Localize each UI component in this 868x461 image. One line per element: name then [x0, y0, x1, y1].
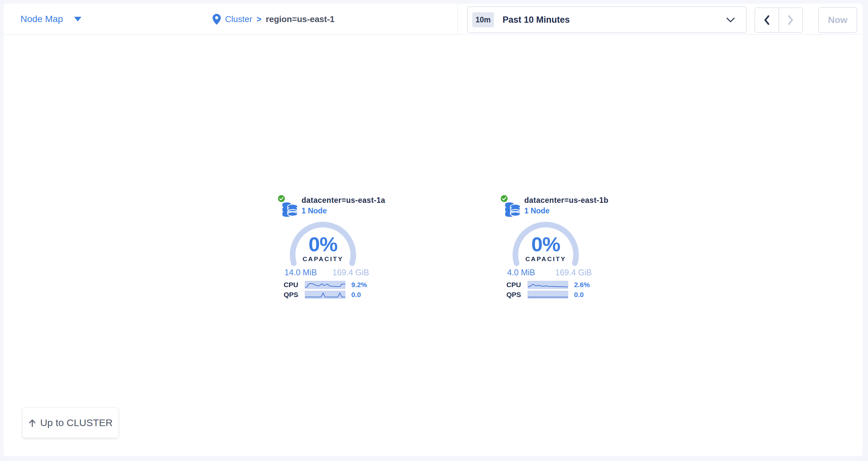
time-back-button[interactable] [755, 8, 779, 32]
healthy-check-icon [500, 194, 508, 203]
chevron-left-icon [763, 15, 771, 25]
locality-card-us-east-1b[interactable]: datacenter=us-east-1b 1 Node 0% CAPACITY… [496, 193, 595, 301]
qps-label: QPS [496, 291, 521, 299]
caret-down-icon [74, 17, 82, 22]
cpu-sparkline [305, 281, 345, 289]
view-selector-label: Node Map [21, 14, 63, 24]
breadcrumb-cluster-link[interactable]: Cluster [225, 14, 252, 24]
capacity-percent: 0% [496, 234, 595, 255]
locality-node-count[interactable]: 1 Node [302, 206, 327, 216]
capacity-total: 169.4 GiB [333, 268, 369, 277]
chevron-right-icon [787, 15, 794, 25]
view-selector-dropdown[interactable]: Node Map [21, 4, 82, 35]
capacity-values: 4.0 MiB 169.4 GiB [507, 268, 592, 277]
locality-title: datacenter=us-east-1b [524, 196, 608, 205]
locality-node-count[interactable]: 1 Node [524, 206, 550, 216]
qps-metric-row: QPS 0.0 [274, 291, 372, 299]
capacity-used: 4.0 MiB [507, 268, 535, 277]
chevron-down-icon [726, 18, 735, 23]
healthy-check-icon [277, 194, 286, 203]
cpu-metric-row: CPU 9.2% [274, 281, 372, 289]
now-button[interactable]: Now [818, 7, 857, 33]
time-forward-button[interactable] [779, 8, 803, 32]
topbar-divider [457, 4, 458, 35]
topbar: Node Map Cluster > region=us-east-1 10m … [4, 4, 863, 35]
time-range-label: Past 10 Minutes [502, 15, 570, 25]
up-to-cluster-label: Up to CLUSTER [40, 417, 113, 428]
capacity-percent: 0% [274, 234, 372, 255]
location-pin-icon [213, 14, 221, 25]
arrow-up-icon [28, 419, 36, 427]
locality-title: datacenter=us-east-1a [302, 196, 385, 205]
qps-sparkline [528, 291, 568, 299]
cpu-value: 9.2% [351, 281, 367, 289]
cpu-sparkline [528, 281, 568, 289]
breadcrumb-separator: > [256, 14, 261, 24]
qps-value: 0.0 [574, 291, 584, 299]
time-range-dropdown[interactable]: 10m Past 10 Minutes [467, 7, 746, 33]
locality-header: datacenter=us-east-1b 1 Node [496, 193, 595, 216]
cpu-label: CPU [274, 281, 298, 289]
cpu-label: CPU [496, 281, 521, 289]
content-panel: Node Map Cluster > region=us-east-1 10m … [4, 4, 863, 456]
qps-label: QPS [274, 291, 298, 299]
capacity-total: 169.4 GiB [555, 268, 592, 277]
qps-metric-row: QPS 0.0 [496, 291, 595, 299]
qps-value: 0.0 [351, 291, 361, 299]
cpu-metric-row: CPU 2.6% [496, 281, 595, 289]
capacity-caption: CAPACITY [274, 256, 372, 263]
capacity-caption: CAPACITY [496, 256, 595, 263]
time-range-badge: 10m [472, 12, 494, 27]
up-to-cluster-button[interactable]: Up to CLUSTER [23, 408, 119, 438]
qps-sparkline [305, 291, 345, 299]
capacity-values: 14.0 MiB 169.4 GiB [284, 268, 369, 277]
locality-card-us-east-1a[interactable]: datacenter=us-east-1a 1 Node 0% CAPACITY… [274, 193, 372, 301]
time-pager [755, 7, 803, 33]
cpu-value: 2.6% [574, 281, 590, 289]
capacity-used: 14.0 MiB [284, 268, 317, 277]
breadcrumb: Cluster > region=us-east-1 [213, 4, 335, 35]
node-map-page: Node Map Cluster > region=us-east-1 10m … [0, 0, 868, 461]
breadcrumb-current: region=us-east-1 [266, 14, 335, 24]
locality-header: datacenter=us-east-1a 1 Node [274, 193, 372, 216]
